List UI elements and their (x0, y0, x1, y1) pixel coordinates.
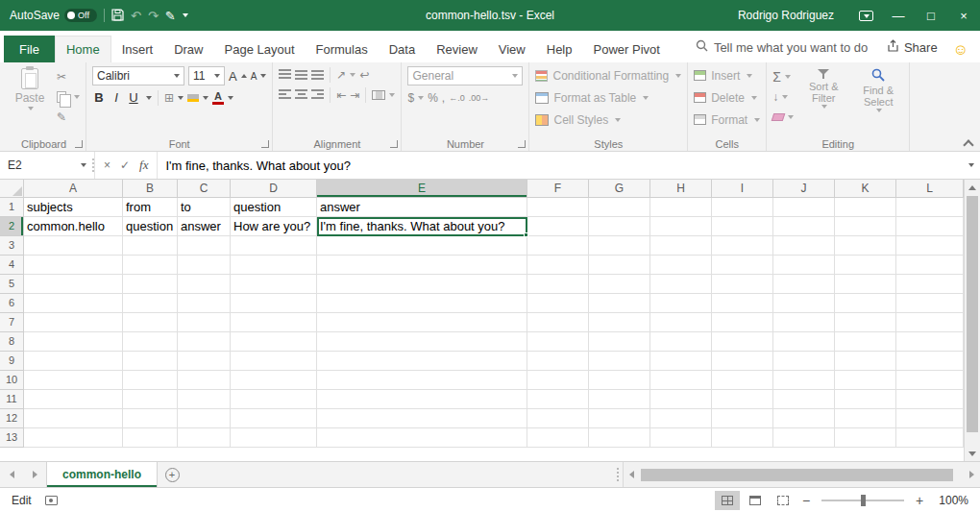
cell-I7[interactable] (712, 313, 773, 332)
fill-color-button[interactable] (187, 89, 208, 106)
cell-I1[interactable] (712, 198, 773, 217)
cell-K11[interactable] (835, 390, 896, 409)
cell-K13[interactable] (835, 428, 896, 448)
row-header-2[interactable]: 2 (0, 217, 24, 236)
cell-D1[interactable]: question (231, 198, 317, 217)
horizontal-scrollbar[interactable] (623, 462, 980, 487)
cell-L13[interactable] (896, 428, 964, 448)
feedback-smiley-icon[interactable]: ☺ (953, 42, 968, 62)
cell-J12[interactable] (773, 409, 835, 428)
row-header-7[interactable]: 7 (0, 313, 24, 332)
cell-L11[interactable] (896, 390, 964, 409)
cell-L7[interactable] (896, 313, 964, 332)
cell-F12[interactable] (527, 409, 589, 428)
cell-B8[interactable] (123, 332, 178, 352)
cell-E1[interactable]: answer (317, 198, 527, 217)
cell-A3[interactable] (24, 236, 123, 256)
cell-H3[interactable] (650, 236, 712, 256)
cell-H4[interactable] (650, 256, 712, 275)
cell-H11[interactable] (650, 390, 712, 409)
row-header-3[interactable]: 3 (0, 236, 24, 256)
tab-power-pivot[interactable]: Power Pivot (583, 36, 671, 62)
shrink-font-button[interactable]: A (251, 68, 267, 85)
autosum-button[interactable]: Σ (772, 68, 794, 85)
cell-E12[interactable] (317, 409, 527, 428)
row-header-5[interactable]: 5 (0, 275, 24, 294)
cell-K6[interactable] (835, 294, 896, 313)
column-header-K[interactable]: K (835, 180, 896, 198)
percent-style-button[interactable]: % (428, 89, 438, 106)
cell-K12[interactable] (835, 409, 896, 428)
tab-file[interactable]: File (4, 36, 55, 62)
cell-E5[interactable] (317, 275, 527, 294)
cell-C10[interactable] (178, 371, 231, 390)
formula-input[interactable]: I'm fine, thanks. What about you? (157, 152, 959, 179)
collapse-ribbon-button[interactable] (964, 138, 971, 146)
signed-in-user[interactable]: Rodrigo Rodriguez (738, 9, 834, 22)
cell-A2[interactable]: common.hello (24, 217, 123, 236)
cell-L3[interactable] (896, 236, 964, 256)
cell-C3[interactable] (178, 236, 231, 256)
cell-L10[interactable] (896, 371, 964, 390)
tell-me-box[interactable]: Tell me what you want to do (696, 39, 868, 62)
cell-L5[interactable] (896, 275, 964, 294)
cell-H9[interactable] (650, 352, 712, 371)
cell-E13[interactable] (317, 428, 527, 448)
cell-J4[interactable] (773, 256, 835, 275)
cell-F3[interactable] (527, 236, 589, 256)
tab-help[interactable]: Help (536, 36, 583, 62)
select-all-button[interactable] (0, 180, 24, 198)
tab-formulas[interactable]: Formulas (306, 36, 379, 62)
cell-D10[interactable] (231, 371, 317, 390)
cell-D7[interactable] (231, 313, 317, 332)
normal-view-button[interactable] (715, 491, 740, 510)
row-header-12[interactable]: 12 (0, 409, 24, 428)
cell-C4[interactable] (178, 256, 231, 275)
cell-I10[interactable] (712, 371, 773, 390)
tab-page-layout[interactable]: Page Layout (214, 36, 306, 62)
cell-F9[interactable] (527, 352, 589, 371)
cancel-icon[interactable]: × (104, 159, 110, 171)
cell-D2[interactable]: How are you? (231, 217, 317, 236)
undo-icon[interactable]: ↶ (131, 10, 141, 22)
cell-E7[interactable] (317, 313, 527, 332)
name-box[interactable]: E2 (0, 152, 92, 179)
grow-font-button[interactable]: A (229, 68, 247, 85)
italic-button[interactable]: I (110, 91, 123, 104)
pen-icon[interactable]: ✎ (165, 10, 176, 22)
cell-G1[interactable] (589, 198, 650, 217)
close-button[interactable]: × (947, 0, 980, 31)
scroll-up-button[interactable] (965, 180, 980, 195)
column-header-C[interactable]: C (178, 180, 231, 198)
zoom-slider-thumb[interactable] (861, 495, 866, 506)
paste-dropdown-icon[interactable] (28, 107, 34, 110)
scroll-right-button[interactable] (964, 462, 980, 487)
increase-indent-button[interactable]: ⇥ (350, 86, 359, 103)
cell-F8[interactable] (527, 332, 589, 352)
cell-L1[interactable] (896, 198, 964, 217)
cell-G9[interactable] (589, 352, 650, 371)
insert-cells-button[interactable]: Insert (694, 66, 760, 85)
cell-J8[interactable] (773, 332, 835, 352)
scroll-down-button[interactable] (965, 446, 980, 461)
minimize-button[interactable]: — (882, 0, 915, 31)
horizontal-scroll-track[interactable] (640, 462, 964, 487)
page-layout-view-button[interactable] (743, 491, 768, 510)
cell-G11[interactable] (589, 390, 650, 409)
format-cells-button[interactable]: Format (694, 110, 760, 129)
cell-L9[interactable] (896, 352, 964, 371)
underline-button[interactable]: U (127, 91, 140, 104)
column-header-H[interactable]: H (650, 180, 712, 198)
cell-C6[interactable] (178, 294, 231, 313)
paste-button[interactable]: Paste (8, 66, 52, 110)
maximize-button[interactable]: □ (915, 0, 947, 31)
autosave-toggle[interactable]: Off (64, 9, 97, 22)
cell-G5[interactable] (589, 275, 650, 294)
sort-filter-button[interactable]: Sort & Filter (798, 66, 848, 109)
cell-D4[interactable] (231, 256, 317, 275)
cell-A9[interactable] (24, 352, 123, 371)
cell-I12[interactable] (712, 409, 773, 428)
cell-J13[interactable] (773, 428, 835, 448)
orientation-button[interactable]: ↗ (336, 66, 355, 83)
increase-decimal-button[interactable]: ←.0 (449, 89, 465, 106)
